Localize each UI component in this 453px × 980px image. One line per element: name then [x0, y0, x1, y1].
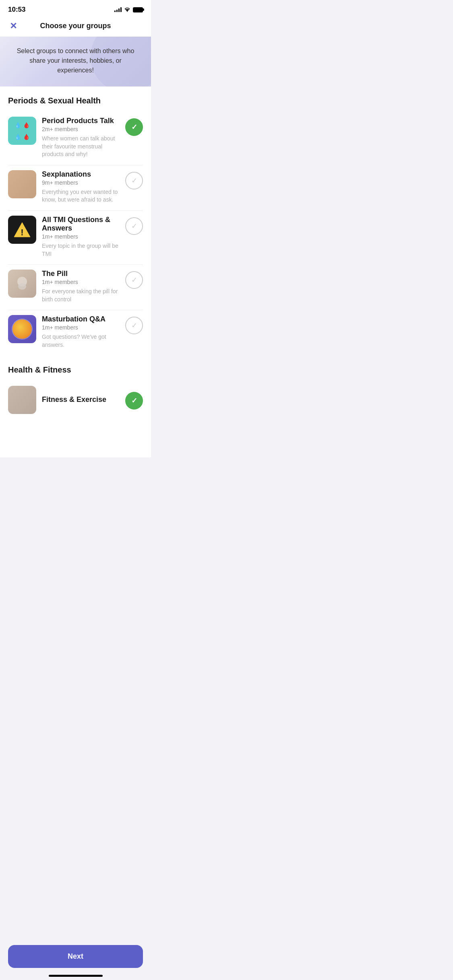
group-name-tmi: All TMI Questions & Answers — [42, 216, 120, 233]
group-image-tmi: ! — [8, 216, 36, 244]
group-item-the-pill: The Pill 1m+ members For everyone taking… — [0, 265, 151, 310]
group-item-tmi: ! All TMI Questions & Answers 1m+ member… — [0, 211, 151, 264]
group-image-the-pill — [8, 270, 36, 298]
signal-icon — [114, 7, 122, 12]
group-desc-period-products: Where women can talk about their favouri… — [42, 135, 120, 159]
group-members-sexplanations: 9m+ members — [42, 179, 120, 186]
select-btn-sexplanations[interactable]: ✓ — [125, 172, 143, 189]
group-name-period-products: Period Products Talk — [42, 117, 120, 125]
hero-text: Select groups to connect with others who… — [12, 46, 139, 75]
svg-text:!: ! — [21, 227, 23, 237]
group-image-masturbation — [8, 315, 36, 343]
group-info-the-pill: The Pill 1m+ members For everyone taking… — [42, 270, 120, 303]
group-members-masturbation: 1m+ members — [42, 324, 120, 331]
status-icons — [114, 7, 143, 12]
group-info-masturbation: Masturbation Q&A 1m+ members Got questio… — [42, 315, 120, 349]
section-title-health-fitness: Health & Fitness — [0, 356, 151, 381]
group-members-tmi: 1m+ members — [42, 233, 120, 240]
group-name-fitness: Fitness & Exercise — [42, 395, 120, 404]
group-members-period-products: 2m+ members — [42, 126, 120, 132]
svg-point-0 — [127, 11, 128, 12]
select-btn-the-pill[interactable]: ✓ — [125, 271, 143, 289]
close-button[interactable]: ✕ — [8, 19, 19, 33]
select-btn-tmi[interactable]: ✓ — [125, 217, 143, 235]
group-info-fitness: Fitness & Exercise — [42, 395, 120, 404]
battery-icon — [133, 7, 143, 12]
group-image-sexplanations — [8, 170, 36, 198]
status-time: 10:53 — [8, 6, 25, 14]
hero-banner: Select groups to connect with others who… — [0, 37, 151, 86]
group-desc-tmi: Every topic in the group will be TMI — [42, 242, 120, 258]
group-info-sexplanations: Sexplanations 9m+ members Everything you… — [42, 170, 120, 204]
select-btn-period-products[interactable]: ✓ — [125, 118, 143, 136]
group-info-tmi: All TMI Questions & Answers 1m+ members … — [42, 216, 120, 258]
group-desc-masturbation: Got questions? We've got answers. — [42, 333, 120, 349]
group-desc-the-pill: For everyone taking the pill for birth c… — [42, 288, 120, 303]
header: ✕ Choose your groups — [0, 17, 151, 37]
content: Periods & Sexual Health 💧 🩸 💧 🩸 Period P… — [0, 86, 151, 457]
group-desc-sexplanations: Everything you ever wanted to know, but … — [42, 188, 120, 204]
select-btn-masturbation[interactable]: ✓ — [125, 317, 143, 334]
group-image-period-products: 💧 🩸 💧 🩸 — [8, 117, 36, 145]
group-item-sexplanations: Sexplanations 9m+ members Everything you… — [0, 165, 151, 210]
select-btn-fitness[interactable]: ✓ — [125, 392, 143, 410]
masturbation-icon-circle — [12, 319, 32, 339]
wifi-icon — [124, 7, 130, 12]
group-item-period-products: 💧 🩸 💧 🩸 Period Products Talk 2m+ members… — [0, 112, 151, 165]
group-name-the-pill: The Pill — [42, 270, 120, 278]
group-item-masturbation: Masturbation Q&A 1m+ members Got questio… — [0, 310, 151, 355]
status-bar: 10:53 — [0, 0, 151, 17]
group-info-period-products: Period Products Talk 2m+ members Where w… — [42, 117, 120, 159]
svg-point-4 — [18, 283, 26, 290]
group-name-sexplanations: Sexplanations — [42, 170, 120, 179]
warning-icon: ! — [12, 221, 32, 239]
page-title: Choose your groups — [40, 22, 111, 30]
section-title-periods: Periods & Sexual Health — [0, 86, 151, 112]
group-name-masturbation: Masturbation Q&A — [42, 315, 120, 323]
group-image-fitness — [8, 386, 36, 414]
group-members-the-pill: 1m+ members — [42, 279, 120, 285]
group-item-fitness: Fitness & Exercise ✓ — [0, 381, 151, 417]
pill-visual — [12, 274, 32, 294]
